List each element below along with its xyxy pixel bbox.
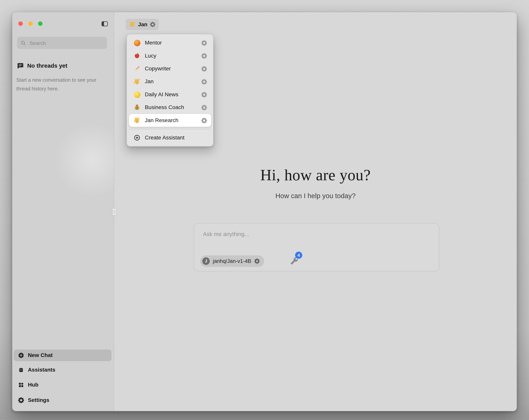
gear-icon [18, 397, 24, 403]
menu-item-business-coach[interactable]: Business Coach [129, 101, 211, 114]
nav-hub[interactable]: Hub [13, 379, 112, 391]
create-assistant-button[interactable]: Create Assistant [129, 131, 211, 144]
main-area: Jan Mentor Lucy Copywriter [114, 12, 517, 411]
chat-bubble-icon [17, 63, 24, 69]
robot-icon [18, 367, 24, 373]
model-gear-icon[interactable] [254, 258, 260, 264]
gear-icon[interactable] [201, 40, 207, 46]
new-chat-button[interactable]: New Chat [13, 350, 112, 361]
model-provider-badge: J [202, 257, 210, 265]
search-field[interactable] [17, 37, 107, 49]
orange-circle-icon [133, 40, 140, 46]
model-selector[interactable]: J janhq/Jan-v1-4B [200, 255, 264, 267]
sidebar-resize-handle[interactable] [112, 208, 117, 216]
gear-icon[interactable] [201, 53, 207, 59]
wave-hand-icon [133, 117, 140, 124]
composer[interactable]: J janhq/Jan-v1-4B 4 [194, 223, 439, 271]
tools-count-badge: 4 [295, 252, 302, 259]
close-window-button[interactable] [18, 21, 23, 26]
nav-assistants-label: Assistants [28, 367, 55, 373]
menu-item-jan-research[interactable]: Jan Research [129, 114, 211, 127]
chat-input[interactable] [203, 231, 430, 250]
nav-assistants[interactable]: Assistants [13, 364, 112, 376]
menu-item-copywriter[interactable]: Copywriter [129, 62, 211, 75]
greeting-subtitle: How can I help you today? [114, 192, 517, 200]
pencil-icon [133, 65, 140, 72]
plus-circle-outline-icon [133, 134, 140, 141]
greeting: Hi, how are you? How can I help you toda… [114, 166, 517, 200]
search-input[interactable] [29, 40, 104, 46]
minimize-window-button[interactable] [28, 21, 33, 26]
empty-threads-title: No threads yet [27, 63, 67, 69]
menu-item-daily-ai-news[interactable]: Daily AI News [129, 88, 211, 101]
gear-icon[interactable] [201, 105, 207, 110]
nav-settings-label: Settings [28, 397, 49, 403]
sidebar-toggle-button[interactable] [101, 20, 109, 27]
gear-icon[interactable] [201, 117, 207, 123]
current-assistant-label: Jan [138, 21, 147, 27]
plus-circle-icon [18, 352, 24, 358]
gear-icon[interactable] [201, 92, 207, 97]
nav-hub-label: Hub [28, 382, 38, 388]
sidebar-panel-icon [101, 20, 108, 27]
desktop: No threads yet Start a new conversation … [0, 0, 529, 420]
assistant-selector[interactable]: Jan [126, 19, 159, 30]
window-controls [18, 21, 42, 26]
yellow-circle-icon [133, 91, 140, 98]
wave-hand-icon [133, 78, 140, 85]
menu-item-lucy[interactable]: Lucy [129, 49, 211, 62]
sidebar: No threads yet Start a new conversation … [12, 12, 114, 411]
assistant-menu: Mentor Lucy Copywriter Jan [127, 34, 214, 147]
menu-item-jan[interactable]: Jan [129, 75, 211, 88]
empty-threads-subtitle: Start a new conversation to see your thr… [16, 75, 104, 93]
drag-dots-icon [113, 208, 116, 216]
nav-settings[interactable]: Settings [13, 394, 112, 406]
empty-threads-header: No threads yet [17, 63, 67, 69]
gear-icon[interactable] [201, 66, 207, 72]
wave-hand-icon [129, 21, 136, 27]
grid-icon [18, 382, 24, 388]
gear-icon[interactable] [201, 79, 207, 85]
model-name-label: janhq/Jan-v1-4B [213, 258, 251, 264]
apple-icon [133, 52, 140, 59]
search-icon [20, 40, 26, 46]
new-chat-label: New Chat [28, 352, 53, 358]
assistant-gear-icon[interactable] [150, 22, 155, 27]
money-bag-icon [133, 104, 140, 111]
app-window: No threads yet Start a new conversation … [12, 12, 517, 411]
menu-item-mentor[interactable]: Mentor [129, 36, 211, 49]
greeting-title: Hi, how are you? [114, 166, 517, 184]
menu-divider [130, 129, 210, 129]
zoom-window-button[interactable] [38, 21, 43, 26]
